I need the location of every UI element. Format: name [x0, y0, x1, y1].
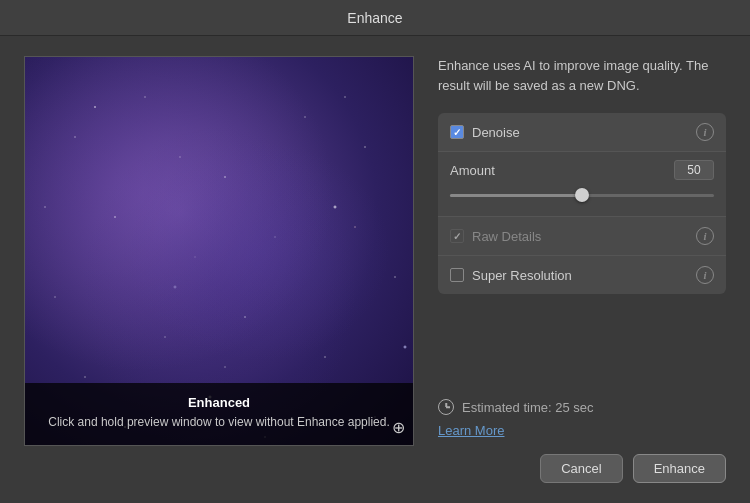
raw-details-row: Raw Details i	[438, 217, 726, 256]
slider-row-header: Amount 50	[450, 160, 714, 180]
slider-thumb[interactable]	[575, 188, 589, 202]
right-panel: Enhance uses AI to improve image quality…	[438, 56, 726, 487]
bottom-section: Estimated time: 25 sec Learn More Cancel…	[438, 387, 726, 487]
denoise-checkbox[interactable]	[450, 125, 464, 139]
estimated-time-text: Estimated time: 25 sec	[462, 400, 594, 415]
denoise-checkbox-wrapper[interactable]: Denoise	[450, 125, 520, 140]
cancel-button[interactable]: Cancel	[540, 454, 622, 483]
action-buttons: Cancel Enhance	[438, 454, 726, 487]
raw-details-checkbox-wrapper[interactable]: Raw Details	[450, 229, 541, 244]
slider-area: Amount 50	[450, 160, 714, 208]
denoise-row: Denoise i	[438, 113, 726, 152]
clock-icon	[438, 399, 454, 415]
super-resolution-checkbox[interactable]	[450, 268, 464, 282]
estimated-time: Estimated time: 25 sec	[438, 399, 726, 415]
titlebar: Enhance	[0, 0, 750, 36]
preview-tooltip: Enhanced Click and hold preview window t…	[25, 383, 413, 445]
window-title: Enhance	[347, 10, 402, 26]
super-resolution-info-button[interactable]: i	[696, 266, 714, 284]
zoom-icon[interactable]: ⊕	[392, 418, 405, 437]
main-content: Enhanced Click and hold preview window t…	[0, 36, 750, 503]
slider-track-container[interactable]	[450, 186, 714, 204]
amount-row: Amount 50	[438, 152, 726, 217]
denoise-info-button[interactable]: i	[696, 123, 714, 141]
learn-more-link[interactable]: Learn More	[438, 423, 726, 438]
super-resolution-row: Super Resolution i	[438, 256, 726, 294]
super-resolution-checkbox-wrapper[interactable]: Super Resolution	[450, 268, 572, 283]
denoise-label: Denoise	[472, 125, 520, 140]
description-text: Enhance uses AI to improve image quality…	[438, 56, 726, 95]
raw-details-label: Raw Details	[472, 229, 541, 244]
tooltip-body: Click and hold preview window to view wi…	[41, 414, 397, 431]
slider-fill	[450, 194, 582, 197]
amount-label: Amount	[450, 163, 495, 178]
options-area: Denoise i Amount 50	[438, 113, 726, 294]
enhance-button[interactable]: Enhance	[633, 454, 726, 483]
preview-panel[interactable]: Enhanced Click and hold preview window t…	[24, 56, 414, 446]
raw-details-checkbox[interactable]	[450, 229, 464, 243]
super-resolution-label: Super Resolution	[472, 268, 572, 283]
amount-value[interactable]: 50	[674, 160, 714, 180]
tooltip-title: Enhanced	[41, 395, 397, 410]
raw-details-info-button[interactable]: i	[696, 227, 714, 245]
